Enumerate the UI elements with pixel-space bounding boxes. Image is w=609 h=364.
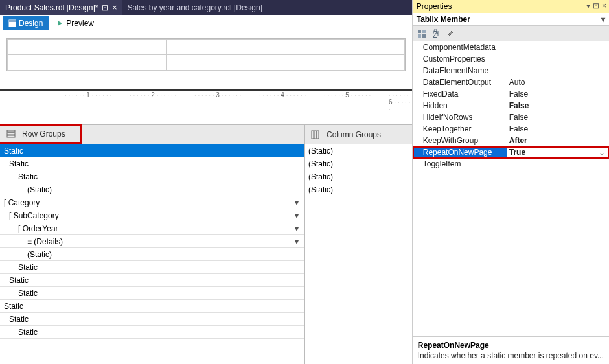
close-icon[interactable]: × (602, 1, 606, 10)
ruler-mark: · · · · · · 1 · · · · · · (65, 91, 111, 98)
property-row-toggleitem[interactable]: ToggleItem (413, 158, 609, 170)
svg-rect-7 (317, 131, 319, 139)
properties-subject[interactable]: Tablix Member ▾ (413, 13, 609, 26)
property-row-keepwithgroup[interactable]: KeepWithGroupAfter (413, 135, 609, 146)
columns-icon (311, 130, 320, 139)
rows-icon (6, 130, 16, 139)
row-group-item[interactable]: Static (0, 170, 304, 183)
chevron-down-icon[interactable]: ⌄ (599, 148, 605, 157)
group-label: (Static) (304, 185, 411, 194)
properties-toolbar: AZ (413, 26, 609, 41)
row-group-item[interactable]: Static (0, 261, 304, 274)
group-label: Static (0, 172, 303, 181)
property-name: Hidden (413, 101, 507, 110)
property-value: After (507, 136, 609, 145)
groups-pane: Row Groups StaticStaticStatic(Static)[ C… (0, 124, 412, 364)
row-group-list: StaticStaticStatic(Static)[ Category▾[ S… (0, 144, 304, 364)
close-icon[interactable]: × (112, 3, 117, 12)
row-group-item[interactable]: Static (0, 313, 304, 326)
group-label: [ SubCategory (0, 211, 291, 220)
row-group-item[interactable]: (Static) (0, 248, 304, 261)
svg-text:Z: Z (433, 30, 437, 38)
doc-tab-sales-by-year[interactable]: Sales by year and category.rdl [Design] (122, 0, 268, 15)
property-name: DataElementOutput (413, 78, 507, 87)
property-pages-button[interactable] (444, 27, 457, 40)
property-name: HideIfNoRows (413, 113, 507, 122)
properties-title: Properties (417, 2, 452, 11)
property-row-keeptogether[interactable]: KeepTogetherFalse (413, 123, 609, 135)
property-name: FixedData (413, 89, 507, 98)
group-label: Static (0, 276, 303, 285)
chevron-down-icon[interactable]: ▾ (291, 211, 303, 220)
column-group-item[interactable]: (Static) (304, 157, 412, 170)
property-value: False (507, 101, 609, 110)
row-group-item[interactable]: Static (0, 157, 304, 170)
property-name: KeepTogether (413, 124, 507, 133)
chevron-down-icon[interactable]: ▾ (291, 198, 303, 207)
properties-description: RepeatOnNewPage Indicates whether a stat… (413, 336, 609, 364)
svg-rect-10 (418, 34, 421, 38)
property-row-hidden[interactable]: HiddenFalse (413, 100, 609, 111)
row-group-item[interactable]: (Static) (0, 183, 304, 196)
group-label: Static (0, 146, 303, 155)
row-groups-header: Row Groups (0, 124, 82, 144)
row-group-item[interactable]: Static (0, 300, 304, 313)
svg-rect-4 (7, 135, 15, 137)
property-row-componentmetadata[interactable]: ComponentMetadata (413, 41, 609, 53)
row-group-item[interactable]: Static (0, 274, 304, 287)
categorized-button[interactable] (415, 27, 428, 40)
chevron-down-icon[interactable]: ▾ (291, 224, 303, 233)
property-name: RepeatOnNewPage (413, 148, 507, 157)
column-group-item[interactable]: (Static) (304, 144, 412, 157)
preview-label: Preview (66, 19, 94, 28)
row-group-item[interactable]: [ OrderYear▾ (0, 222, 304, 235)
property-name: ToggleItem (413, 159, 507, 168)
property-name: KeepWithGroup (413, 136, 507, 145)
row-group-item[interactable]: Static (0, 287, 304, 300)
design-tab-button[interactable]: Design (3, 16, 49, 30)
pin-icon[interactable]: ⊡ (593, 1, 599, 10)
column-group-item[interactable]: (Static) (304, 183, 412, 196)
properties-title-bar: Properties ▾ ⊡ × (413, 0, 609, 13)
property-value: False (507, 113, 609, 122)
row-group-item[interactable]: [ Category▾ (0, 196, 304, 209)
ruler-mark: · · · · · · 4 · · · · · · (259, 91, 306, 98)
row-group-item[interactable]: Static (0, 326, 304, 339)
properties-panel: Properties ▾ ⊡ × Tablix Member ▾ AZ Comp… (412, 0, 609, 364)
dropdown-icon[interactable]: ▾ (586, 1, 590, 10)
group-label: Static (0, 289, 303, 298)
pin-icon[interactable]: ⊡ (102, 3, 108, 12)
alphabetical-button[interactable]: AZ (430, 27, 442, 40)
preview-tab-button[interactable]: Preview (50, 16, 100, 30)
row-group-item[interactable]: Static (0, 144, 304, 157)
property-row-dataelementname[interactable]: DataElementName (413, 65, 609, 76)
property-row-hideifnorows[interactable]: HideIfNoRowsFalse (413, 111, 609, 123)
property-row-fixeddata[interactable]: FixedDataFalse (413, 88, 609, 100)
row-group-item[interactable]: ≡ (Details)▾ (0, 235, 304, 248)
column-group-item[interactable]: (Static) (304, 170, 412, 183)
property-row-dataelementoutput[interactable]: DataElementOutputAuto (413, 76, 609, 88)
group-label: (Static) (304, 159, 411, 168)
group-label: [ Category (0, 198, 291, 207)
group-label: Static (0, 302, 303, 311)
property-value: True (507, 148, 609, 157)
group-label: Static (0, 328, 303, 337)
svg-rect-3 (7, 133, 15, 135)
property-name: ComponentMetadata (413, 43, 507, 52)
chevron-down-icon[interactable]: ▾ (291, 237, 303, 246)
group-label: Static (0, 315, 303, 324)
svg-rect-9 (422, 30, 426, 33)
design-toolbar: Design Preview (0, 15, 412, 32)
subject-label: Tablix Member (417, 15, 470, 24)
property-name: DataElementName (413, 66, 507, 75)
doc-tab-product-sales[interactable]: Product Sales.rdl [Design]* ⊡ × (0, 0, 122, 15)
row-group-item[interactable]: [ SubCategory▾ (0, 209, 304, 222)
property-value: False (507, 89, 609, 98)
desc-title: RepeatOnNewPage (418, 341, 604, 350)
row-groups-panel: Row Groups StaticStaticStatic(Static)[ C… (0, 125, 304, 364)
property-row-repeatonnewpage[interactable]: RepeatOnNewPageTrue⌄ (413, 146, 609, 158)
property-row-customproperties[interactable]: CustomProperties (413, 53, 609, 65)
design-surface[interactable] (6, 38, 406, 71)
column-groups-title: Column Groups (327, 130, 381, 139)
group-label: [ OrderYear (0, 224, 291, 233)
